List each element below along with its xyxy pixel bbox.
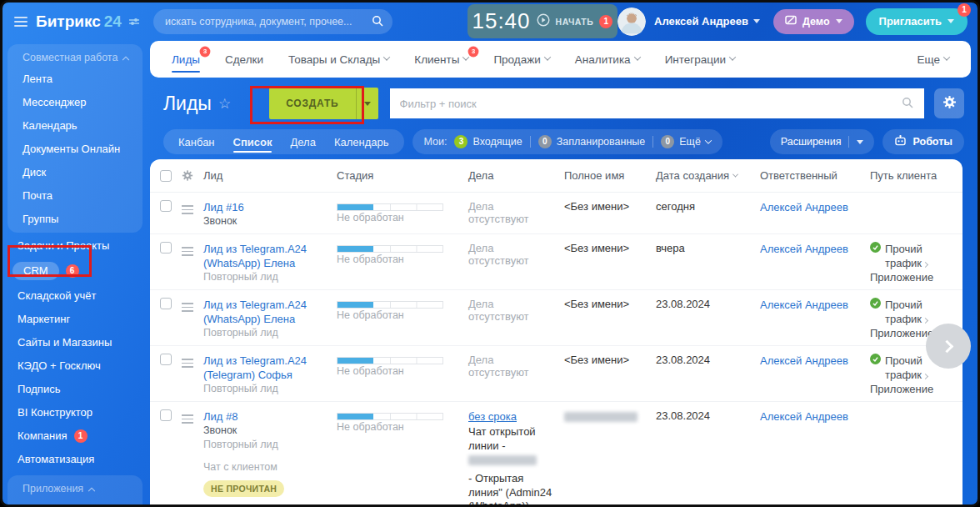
- row-checkbox[interactable]: [160, 298, 172, 309]
- sidebar-item-tasks[interactable]: Задачи и Проекты: [2, 234, 148, 258]
- menu-icon[interactable]: [14, 14, 28, 29]
- counters-bar: Мои: 3 Входящие 0 Запланированные 0 Ещё: [412, 129, 722, 154]
- tab-sales[interactable]: Продажи: [493, 53, 549, 66]
- column-header-path[interactable]: Путь клиента: [870, 169, 962, 182]
- start-label[interactable]: НАЧАТЬ: [556, 17, 594, 27]
- next-page-button[interactable]: [926, 324, 971, 369]
- sidebar-item-docs-online[interactable]: Документы Онлайн: [8, 138, 142, 161]
- filter-input[interactable]: [390, 88, 924, 118]
- tab-integrations[interactable]: Интеграции: [665, 53, 735, 66]
- stage-progress-bar[interactable]: [337, 203, 443, 211]
- tab-products[interactable]: Товары и Склады: [288, 53, 389, 66]
- time-tracker[interactable]: 15:40 НАЧАТЬ 1: [468, 4, 618, 38]
- column-header-fullname[interactable]: Полное имя: [564, 169, 656, 182]
- sidebar-group-apps: Приложения Маркет: [8, 475, 142, 507]
- search-icon: [902, 97, 914, 113]
- tune-icon[interactable]: [128, 16, 140, 28]
- sidebar-item-messenger[interactable]: Мессенджер: [8, 91, 142, 114]
- sidebar-group-collab-header[interactable]: Совместная работа: [8, 47, 142, 68]
- sidebar-item-feed[interactable]: Лента: [8, 68, 142, 91]
- favorite-star-icon[interactable]: [218, 95, 231, 112]
- lead-link[interactable]: Лид #16: [203, 200, 327, 214]
- global-search-input[interactable]: [153, 9, 392, 34]
- sidebar-item-marketing[interactable]: Маркетинг: [2, 308, 148, 331]
- invite-button[interactable]: Пригласить 1: [866, 8, 968, 35]
- lead-link[interactable]: Лид из Telegram.A24 (WhatsApp) Елена: [203, 298, 327, 326]
- invite-badge: 1: [958, 3, 971, 17]
- tab-more[interactable]: Еще: [918, 53, 949, 66]
- row-menu-icon[interactable]: [182, 203, 193, 217]
- settings-button[interactable]: [934, 88, 964, 118]
- sidebar-group-apps-header[interactable]: Приложения: [8, 478, 142, 499]
- responsible-link[interactable]: Алексей Андреев: [760, 298, 860, 312]
- avatar[interactable]: [618, 8, 646, 36]
- stage-progress-bar[interactable]: [337, 413, 443, 420]
- responsible-link[interactable]: Алексей Андреев: [760, 200, 860, 214]
- traffic-source-icon: [870, 354, 881, 368]
- table-header-row: Лид Стадия Дела Полное имя Дата создания…: [150, 159, 962, 193]
- sidebar-item-market[interactable]: Маркет: [8, 499, 142, 507]
- user-menu[interactable]: Алексей Андреев: [654, 15, 760, 28]
- row-checkbox[interactable]: [160, 354, 172, 365]
- tab-deals[interactable]: Сделки: [225, 53, 263, 66]
- row-menu-icon[interactable]: [182, 300, 193, 314]
- logo[interactable]: Битрикс24: [36, 13, 122, 31]
- view-list[interactable]: Список: [233, 136, 272, 148]
- column-header-created[interactable]: Дата создания: [656, 169, 760, 182]
- planned-count-badge: 0: [538, 135, 552, 148]
- column-header-lead[interactable]: Лид: [203, 169, 337, 182]
- counter-inbox[interactable]: 3 Входящие: [454, 135, 522, 148]
- responsible-link[interactable]: Алексей Андреев: [760, 409, 860, 424]
- stage-progress-bar[interactable]: [337, 245, 443, 253]
- column-header-stage[interactable]: Стадия: [337, 169, 468, 182]
- column-header-responsible[interactable]: Ответственный: [760, 169, 870, 182]
- sidebar-item-mail[interactable]: Почта: [8, 184, 142, 208]
- counter-more[interactable]: 0 Ещё: [661, 135, 711, 148]
- sidebar-item-sign[interactable]: Подпись: [2, 378, 148, 401]
- view-kanban[interactable]: Канбан: [178, 136, 215, 148]
- create-button[interactable]: СОЗДАТЬ: [269, 88, 355, 119]
- column-header-deals[interactable]: Дела: [468, 169, 564, 182]
- play-icon[interactable]: [537, 13, 550, 30]
- user-name: Алексей Андреев: [654, 15, 748, 28]
- robots-button[interactable]: Роботы: [882, 129, 964, 154]
- redacted-text: [468, 455, 537, 465]
- tab-leads[interactable]: Лиды3: [172, 53, 200, 66]
- row-menu-icon[interactable]: [182, 244, 193, 259]
- extensions-button[interactable]: Расширения: [770, 129, 875, 154]
- demo-button[interactable]: Демо: [773, 9, 854, 34]
- stage-progress-bar[interactable]: [337, 357, 443, 364]
- select-all-checkbox[interactable]: [160, 170, 172, 182]
- sidebar-item-kedo[interactable]: КЭДО + Госключ: [2, 354, 148, 378]
- sidebar-item-bi[interactable]: BI Конструктор: [2, 401, 148, 424]
- responsible-link[interactable]: Алексей Андреев: [760, 354, 860, 368]
- sidebar-item-calendar[interactable]: Календарь: [8, 114, 142, 138]
- row-menu-icon[interactable]: [182, 412, 193, 426]
- row-checkbox[interactable]: [160, 409, 172, 421]
- global-search[interactable]: [153, 9, 392, 34]
- lead-link[interactable]: Лид из Telegram.A24 (Telegram) Софья: [203, 354, 327, 382]
- tab-clients[interactable]: Клиенты 3: [414, 53, 468, 66]
- responsible-link[interactable]: Алексей Андреев: [760, 242, 860, 256]
- counter-planned[interactable]: 0 Запланированные: [538, 135, 646, 148]
- sidebar-item-drive[interactable]: Диск: [8, 161, 142, 184]
- sidebar-item-sites[interactable]: Сайты и Магазины: [2, 331, 148, 354]
- row-menu-icon[interactable]: [182, 356, 193, 370]
- sidebar-item-company[interactable]: Компания 1: [2, 424, 148, 448]
- view-activities[interactable]: Дела: [290, 136, 315, 148]
- sidebar-item-automation[interactable]: Автоматизация: [2, 448, 148, 471]
- view-calendar[interactable]: Календарь: [334, 136, 389, 148]
- row-checkbox[interactable]: [160, 242, 172, 254]
- sidebar-item-groups[interactable]: Группы: [8, 208, 142, 231]
- stage-progress-bar[interactable]: [337, 301, 443, 309]
- filter-search-bar[interactable]: [390, 88, 924, 118]
- lead-link[interactable]: Лид #8: [203, 409, 327, 424]
- row-checkbox[interactable]: [160, 200, 172, 212]
- tab-analytics[interactable]: Аналитика: [575, 53, 640, 66]
- create-dropdown-button[interactable]: [356, 88, 378, 119]
- deal-due-link[interactable]: без срока: [468, 409, 517, 424]
- sidebar-item-crm[interactable]: CRM 6: [2, 258, 148, 284]
- sidebar-item-inventory[interactable]: Складской учёт: [2, 284, 148, 308]
- lead-link[interactable]: Лид из Telegram.A24 (WhatsApp) Елена: [203, 242, 327, 270]
- grid-settings-icon[interactable]: [182, 169, 203, 182]
